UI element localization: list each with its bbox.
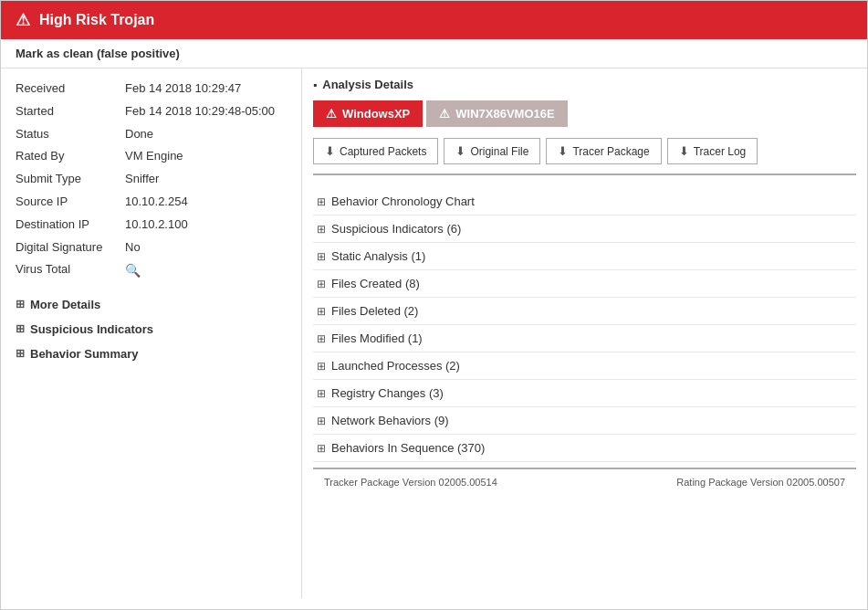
expand-icon: ⊞ [16,298,25,310]
info-row: Destination IP10.10.2.100 [16,216,287,235]
expandable-section-more-details[interactable]: ⊞More Details [16,298,287,311]
collapsible-item-label: Static Analysis (1) [331,249,425,263]
collapsible-item[interactable]: ⊞Launched Processes (2) [313,352,856,380]
collapsible-item-label: Suspicious Indicators (6) [331,222,461,236]
info-row-label: Destination IP [16,216,125,235]
warning-icon: ⚠ [16,10,30,30]
download-icon: ⬇ [455,144,465,158]
right-panel: ▪ Analysis Details ⚠WindowsXP⚠WIN7X86VMO… [302,68,867,598]
expandable-label: Behavior Summary [30,347,139,361]
info-row-label: Source IP [16,193,125,212]
info-row: StatusDone [16,125,287,144]
collapsible-expand-icon: ⊞ [317,360,326,373]
info-row: ReceivedFeb 14 2018 10:29:47 [16,79,287,99]
info-row-value: No [125,238,141,258]
info-row-label: Submit Type [16,170,125,189]
collapsible-expand-icon: ⊞ [317,278,326,290]
info-row-value: 10.10.2.100 [125,216,188,235]
footer-left: Tracker Package Version 02005.00514 [324,477,497,488]
analysis-details-header: ▪ Analysis Details [313,78,856,91]
collapsible-expand-icon: ⊞ [317,250,326,263]
virus-total-search-icon[interactable]: 🔍 [125,260,141,280]
collapsible-expand-icon: ⊞ [317,305,326,318]
tab-windowsxp[interactable]: ⚠WindowsXP [313,100,423,127]
download-btn-tracer-package[interactable]: ⬇Tracer Package [546,138,661,164]
collapsible-item[interactable]: ⊞Files Deleted (2) [313,298,856,325]
analysis-details-icon: ▪ [313,79,317,91]
collapsible-item[interactable]: ⊞Files Modified (1) [313,325,856,352]
info-row-label: Started [16,102,125,121]
collapsible-expand-icon: ⊞ [317,195,326,208]
collapsible-item-label: Behaviors In Sequence (370) [331,441,485,455]
download-btn-label: Tracer Log [694,145,747,158]
info-row-value: Feb 14 2018 10:29:47 [125,79,241,99]
collapsible-item[interactable]: ⊞Files Created (8) [313,270,856,298]
collapsible-list: ⊞Behavior Chronology Chart⊞Suspicious In… [313,188,856,462]
download-icon: ⬇ [679,144,689,158]
main-content: ReceivedFeb 14 2018 10:29:47StartedFeb 1… [1,68,867,598]
collapsible-item-label: Files Deleted (2) [331,304,418,318]
tabs-row: ⚠WindowsXP⚠WIN7X86VMO16E [313,100,856,127]
analysis-details-label: Analysis Details [322,78,413,91]
main-container: ⚠ High Risk Trojan Mark as clean (false … [0,0,868,610]
collapsible-item[interactable]: ⊞Behavior Chronology Chart [313,188,856,216]
footer-bar: Tracker Package Version 02005.00514 Rati… [313,468,856,495]
info-row-value: Sniffer [125,170,159,189]
download-btn-captured-packets[interactable]: ⬇Captured Packets [313,138,438,164]
mark-clean-link[interactable]: Mark as clean (false positive) [16,47,180,60]
info-row: Digital SignatureNo [16,238,287,258]
info-row-label: Received [16,79,125,99]
collapsible-item-label: Network Behaviors (9) [331,414,449,427]
info-table: ReceivedFeb 14 2018 10:29:47StartedFeb 1… [16,79,287,281]
tab-win7x86vmo16e[interactable]: ⚠WIN7X86VMO16E [426,100,567,127]
tab-warning-icon: ⚠ [326,107,337,121]
expandable-label: More Details [30,298,100,311]
download-btn-label: Tracer Package [572,145,649,158]
download-btn-tracer-log[interactable]: ⬇Tracer Log [667,138,758,164]
info-row-value: Done [125,125,153,144]
collapsible-item-label: Files Modified (1) [331,331,423,345]
download-buttons-row: ⬇Captured Packets⬇Original File⬇Tracer P… [313,138,856,175]
tab-warning-icon: ⚠ [439,107,450,121]
collapsible-expand-icon: ⊞ [317,223,326,236]
collapsible-item[interactable]: ⊞Static Analysis (1) [313,243,856,270]
info-row-value: Feb 14 2018 10:29:48-05:00 [125,102,275,121]
footer-right: Rating Package Version 02005.00507 [676,477,845,488]
download-btn-label: Original File [470,145,528,158]
download-icon: ⬇ [325,144,335,158]
expand-icon: ⊞ [16,347,25,360]
left-panel: ReceivedFeb 14 2018 10:29:47StartedFeb 1… [1,68,302,598]
info-row: Rated ByVM Engine [16,147,287,166]
tab-label: WIN7X86VMO16E [455,107,554,121]
header-title: High Risk Trojan [39,12,154,28]
collapsible-expand-icon: ⊞ [317,442,326,455]
collapsible-expand-icon: ⊞ [317,332,326,345]
info-row-label: Virus Total [16,260,125,280]
expandable-section-behavior-summary[interactable]: ⊞Behavior Summary [16,347,287,361]
collapsible-item[interactable]: ⊞Network Behaviors (9) [313,407,856,435]
info-row-label: Digital Signature [16,238,125,258]
info-row-value: 10.10.2.254 [125,193,188,212]
expandable-section-suspicious-indicators[interactable]: ⊞Suspicious Indicators [16,322,287,336]
mark-clean-section: Mark as clean (false positive) [1,39,867,68]
expand-icon: ⊞ [16,322,25,335]
download-btn-label: Captured Packets [340,145,426,158]
collapsible-expand-icon: ⊞ [317,387,326,400]
info-row: Submit TypeSniffer [16,170,287,189]
header-bar: ⚠ High Risk Trojan [1,1,867,39]
download-btn-original-file[interactable]: ⬇Original File [444,138,540,164]
collapsible-item-label: Files Created (8) [331,277,420,290]
download-icon: ⬇ [558,144,568,158]
collapsible-item[interactable]: ⊞Suspicious Indicators (6) [313,216,856,243]
info-row: Source IP10.10.2.254 [16,193,287,212]
collapsible-item-label: Behavior Chronology Chart [331,195,475,208]
expandable-label: Suspicious Indicators [30,322,153,336]
info-row-label: Status [16,125,125,144]
collapsible-item[interactable]: ⊞Behaviors In Sequence (370) [313,435,856,462]
tab-label: WindowsXP [342,107,410,121]
collapsible-item[interactable]: ⊞Registry Changes (3) [313,380,856,407]
info-row-label: Rated By [16,147,125,166]
collapsible-item-label: Launched Processes (2) [331,359,460,373]
info-row-value: VM Engine [125,147,183,166]
collapsible-item-label: Registry Changes (3) [331,386,444,400]
